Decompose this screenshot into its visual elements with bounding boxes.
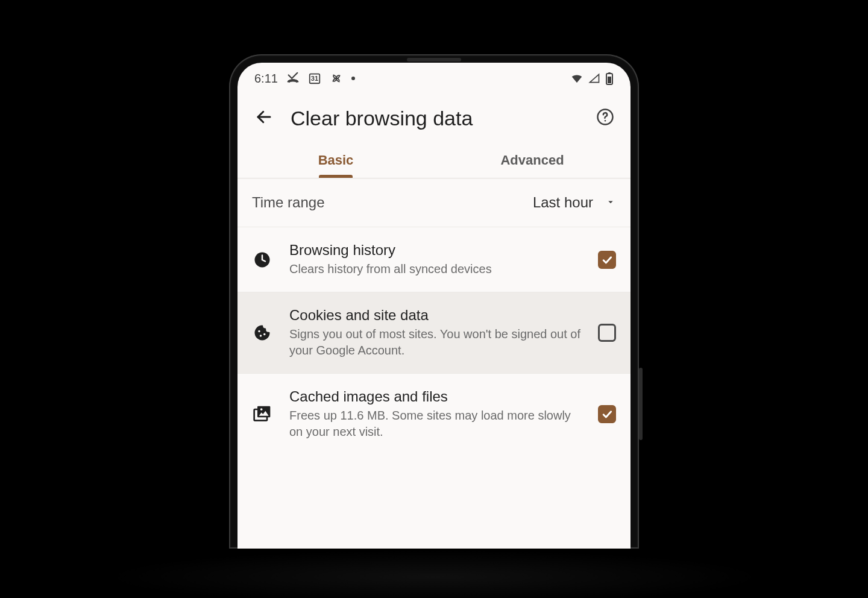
tab-basic[interactable]: Basic bbox=[237, 142, 434, 178]
tab-basic-label: Basic bbox=[318, 153, 354, 168]
back-button[interactable] bbox=[252, 106, 276, 130]
svg-rect-4 bbox=[608, 77, 611, 83]
time-range-row: Time range Last hour bbox=[237, 178, 631, 227]
images-icon bbox=[252, 404, 272, 424]
decorative-shadow bbox=[102, 550, 766, 598]
checkbox-browsing-history[interactable] bbox=[598, 251, 616, 269]
cellular-icon bbox=[588, 72, 600, 84]
row-title: Cached images and files bbox=[289, 388, 581, 405]
phone-side-button bbox=[639, 368, 643, 440]
tabs: Basic Advanced bbox=[237, 142, 631, 178]
svg-point-14 bbox=[260, 408, 263, 411]
help-button[interactable] bbox=[594, 107, 616, 129]
clock-icon bbox=[252, 251, 272, 269]
cookie-icon bbox=[252, 324, 272, 342]
missed-call-icon bbox=[286, 72, 300, 85]
phone-speaker-slot bbox=[407, 58, 461, 61]
help-icon bbox=[596, 108, 614, 128]
row-cached-images-files[interactable]: Cached images and files Frees up 11.6 MB… bbox=[237, 374, 631, 455]
svg-point-11 bbox=[263, 333, 266, 336]
row-browsing-history[interactable]: Browsing history Clears history from all… bbox=[237, 227, 631, 292]
status-bar: 6:11 31 bbox=[237, 63, 631, 94]
dropdown-icon bbox=[605, 194, 616, 211]
row-title: Browsing history bbox=[289, 242, 581, 259]
checkbox-cached-images-files[interactable] bbox=[598, 405, 616, 423]
status-overflow-dot bbox=[351, 77, 355, 80]
row-cookies-site-data[interactable]: Cookies and site data Signs you out of m… bbox=[237, 292, 631, 374]
svg-point-10 bbox=[260, 335, 262, 337]
calendar-icon: 31 bbox=[308, 72, 321, 85]
row-subtitle: Signs you out of most sites. You won't b… bbox=[289, 326, 581, 359]
checkbox-cookies-site-data[interactable] bbox=[598, 324, 616, 342]
page-title: Clear browsing data bbox=[291, 107, 580, 130]
svg-rect-3 bbox=[608, 72, 611, 74]
row-subtitle: Clears history from all synced devices bbox=[289, 261, 581, 277]
row-subtitle: Frees up 11.6 MB. Some sites may load mo… bbox=[289, 408, 581, 440]
app-bar: Clear browsing data bbox=[237, 94, 631, 142]
row-title: Cookies and site data bbox=[289, 307, 581, 324]
svg-point-9 bbox=[258, 330, 260, 333]
status-time: 6:11 bbox=[254, 72, 278, 86]
time-range-value: Last hour bbox=[533, 194, 593, 211]
calendar-day: 31 bbox=[308, 72, 321, 85]
phone-frame: 6:11 31 bbox=[229, 54, 639, 549]
tab-advanced-label: Advanced bbox=[500, 153, 564, 168]
time-range-label: Time range bbox=[252, 194, 325, 211]
back-arrow-icon bbox=[255, 108, 273, 128]
wifi-icon bbox=[570, 72, 583, 85]
pinwheel-icon bbox=[330, 72, 343, 85]
time-range-select[interactable]: Last hour bbox=[533, 194, 616, 211]
phone-screen: 6:11 31 bbox=[237, 63, 631, 549]
svg-point-7 bbox=[605, 120, 606, 122]
tab-advanced[interactable]: Advanced bbox=[434, 142, 631, 178]
battery-icon bbox=[605, 72, 614, 85]
